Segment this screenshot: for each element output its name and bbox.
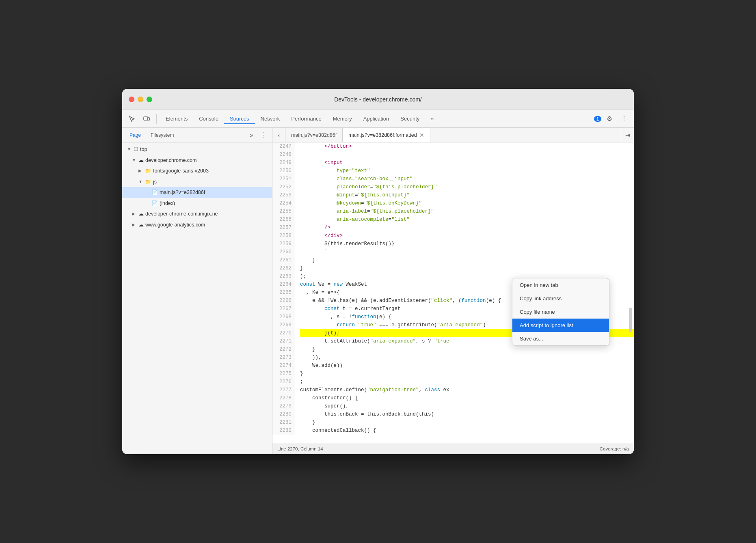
tree-item-imgix[interactable]: ▶ ☁ developer-chrome-com.imgix.ne [122, 209, 272, 220]
ctx-add-ignore[interactable]: Add script to ignore list [512, 319, 609, 332]
context-menu: Open in new tab Copy link address Copy f… [512, 278, 609, 346]
line-number: 2276 [276, 378, 292, 386]
code-line: class="search-box__input" [300, 175, 634, 183]
code-line: @keydown="${this.onKeyDown}" [300, 199, 634, 207]
tree-item-main-js[interactable]: 📄 main.js?v=e382d86f [122, 187, 272, 198]
line-number: 2255 [276, 207, 292, 215]
tree-arrow-js: ▼ [138, 178, 143, 185]
tab-memory[interactable]: Memory [327, 113, 358, 124]
line-number: 2260 [276, 248, 292, 256]
code-line: this.onBack = this.onBack.bind(this) [300, 410, 634, 418]
close-button[interactable] [129, 97, 134, 102]
tree-item-top[interactable]: ▼ ☐ top [122, 144, 272, 155]
line-number: 2274 [276, 362, 292, 370]
maximize-button[interactable] [147, 97, 152, 102]
title-bar: DevTools - developer.chrome.com/ [122, 89, 634, 110]
editor-collapse-button[interactable]: ⇥ [621, 128, 634, 142]
tree-icon-top: ☐ [134, 145, 138, 154]
tree-label-js: js [153, 177, 157, 187]
editor-tab-main-js-formatted[interactable]: main.js?v=e382d86f:formatted ✕ [343, 128, 430, 142]
tree-arrow-top: ▼ [127, 146, 132, 153]
line-number: 2267 [276, 305, 292, 313]
line-number: 2249 [276, 159, 292, 167]
minimize-button[interactable] [138, 97, 143, 102]
settings-button[interactable]: ⚙ [603, 112, 616, 125]
svg-rect-1 [148, 118, 149, 120]
editor-tab-formatted-label: main.js?v=e382d86f:formatted [348, 132, 417, 138]
tree-item-js[interactable]: ▼ 📁 js [122, 177, 272, 187]
coverage-status: Coverage: n/a [600, 446, 629, 451]
code-line: placeholder="${this.placeholder}" [300, 183, 634, 191]
editor-tab-main-js[interactable]: main.js?v=e382d86f [285, 128, 343, 142]
tab-console[interactable]: Console [193, 113, 224, 124]
sidebar-tab-filesystem[interactable]: Filesystem [147, 131, 178, 140]
tree-arrow-imgix: ▶ [132, 210, 137, 218]
line-number: 2248 [276, 151, 292, 159]
line-number: 2273 [276, 353, 292, 362]
line-number: 2275 [276, 370, 292, 378]
line-number: 2254 [276, 199, 292, 207]
ctx-copy-link[interactable]: Copy link address [512, 292, 609, 305]
editor-tab-back[interactable]: ‹ [272, 128, 285, 142]
code-line: We.add(e)) [300, 362, 634, 370]
code-line: super(), [300, 402, 634, 410]
toolbar-right: 1 ⚙ ⋮ [594, 112, 631, 125]
tree-icon-main-js: 📄 [151, 188, 158, 197]
cursor-position: Line 2270, Column 14 [277, 446, 323, 451]
code-line: aria-autocomplete="list" [300, 215, 634, 224]
line-number: 2277 [276, 386, 292, 394]
editor-tab-close[interactable]: ✕ [419, 132, 424, 138]
line-numbers: 2247224822492250225122522253225422552256… [272, 142, 295, 435]
sidebar-menu-button[interactable]: ⋮ [257, 130, 269, 140]
sidebar-tabs-more[interactable]: » [247, 131, 256, 140]
scrollbar-thumb[interactable] [629, 308, 632, 332]
tree-item-analytics[interactable]: ▶ ☁ www.google-analytics.com [122, 220, 272, 231]
ctx-open-new-tab[interactable]: Open in new tab [512, 278, 609, 292]
tree-item-chrome[interactable]: ▼ ☁ developer.chrome.com [122, 155, 272, 166]
tree-item-index[interactable]: 📄 (index) [122, 198, 272, 209]
tab-network[interactable]: Network [255, 113, 286, 124]
ctx-save-as[interactable]: Save as... [512, 332, 609, 345]
tab-performance[interactable]: Performance [285, 113, 327, 124]
code-line: </div> [300, 232, 634, 240]
line-number: 2265 [276, 289, 292, 297]
notification-badge: 1 [594, 116, 601, 122]
tree-icon-imgix: ☁ [138, 209, 144, 219]
line-number: 2253 [276, 191, 292, 199]
tree-arrow-analytics: ▶ [132, 221, 137, 228]
code-line: @input="${this.onInput}" [300, 191, 634, 199]
tree-item-fonts[interactable]: ▶ 📁 fonts/google-sans-v2003 [122, 166, 272, 177]
line-number: 2271 [276, 337, 292, 345]
code-line: )), [300, 353, 634, 362]
editor-tab-main-js-label: main.js?v=e382d86f [291, 132, 337, 138]
line-number: 2263 [276, 272, 292, 280]
devtools-window: DevTools - developer.chrome.com/ Element… [122, 89, 634, 454]
tree-label-chrome: developer.chrome.com [145, 156, 197, 165]
tree-icon-chrome: ☁ [138, 156, 144, 165]
line-number: 2281 [276, 418, 292, 427]
sidebar-tab-page[interactable]: Page [125, 131, 145, 140]
tree-icon-fonts: 📁 [145, 166, 151, 176]
main-content: Page Filesystem » ⋮ ▼ ☐ top ▼ ☁ develope… [122, 128, 634, 454]
tab-more[interactable]: » [425, 113, 439, 124]
tab-elements[interactable]: Elements [160, 113, 193, 124]
tree-label-analytics: www.google-analytics.com [145, 220, 205, 230]
device-toggle-button[interactable] [140, 112, 153, 125]
inspect-element-button[interactable] [125, 112, 138, 125]
line-number: 2264 [276, 280, 292, 289]
svg-rect-0 [144, 117, 148, 120]
line-number: 2282 [276, 427, 292, 435]
tab-application[interactable]: Application [358, 113, 395, 124]
line-number: 2259 [276, 240, 292, 248]
tab-sources[interactable]: Sources [224, 113, 255, 124]
editor-area: ‹ main.js?v=e382d86f main.js?v=e382d86f:… [272, 128, 634, 454]
tree-arrow-fonts: ▶ [138, 167, 143, 175]
ctx-copy-filename[interactable]: Copy file name [512, 305, 609, 319]
tree-icon-analytics: ☁ [138, 220, 144, 230]
more-options-button[interactable]: ⋮ [618, 112, 631, 125]
tab-security[interactable]: Security [395, 113, 425, 124]
code-line: constructor() { [300, 394, 634, 402]
inspect-icon [129, 116, 135, 122]
code-line: aria-label="${this.placeholder}" [300, 207, 634, 215]
code-line: } [300, 418, 634, 427]
